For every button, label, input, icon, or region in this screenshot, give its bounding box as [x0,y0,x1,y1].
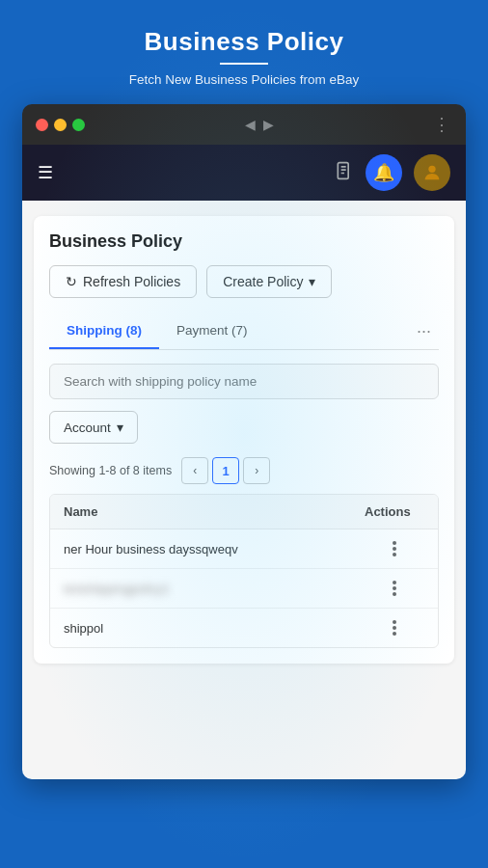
page-wrapper: Business Policy Fetch New Business Polic… [0,0,488,868]
row-2-name: testshippingpolicy1 [50,570,351,608]
world-map-bg [0,0,488,868]
page-subtitle: Fetch New Business Policies from eBay [129,72,360,87]
